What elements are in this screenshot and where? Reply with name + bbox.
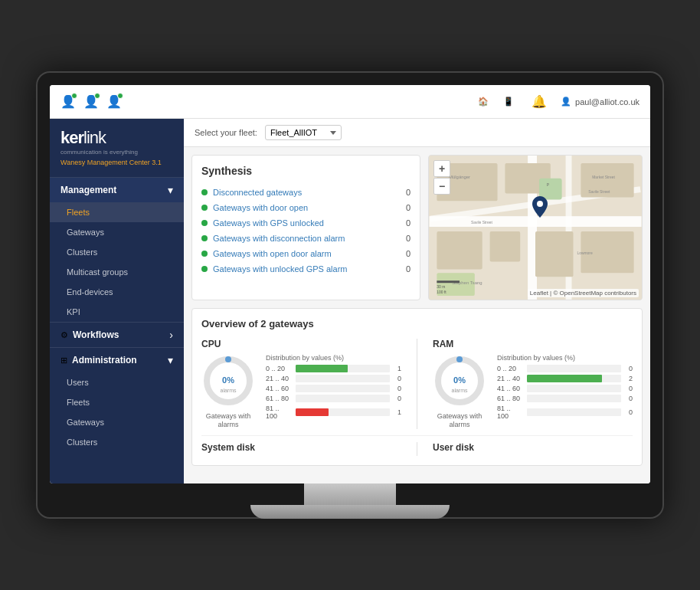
ram-dist-row-3: 61 .. 80 0 — [497, 395, 633, 402]
ram-count-4: 0 — [625, 408, 633, 416]
ram-title: RAM — [433, 339, 633, 349]
cpu-range-4: 81 .. 100 — [266, 405, 292, 420]
cpu-range-0: 0 .. 20 — [266, 365, 292, 372]
cpu-dist-row-1: 21 .. 40 0 — [266, 375, 401, 382]
end-device-selection-icon: 📱 — [503, 97, 514, 107]
topbar-person-icon-1[interactable]: 👤 — [61, 94, 76, 109]
cpu-range-2: 41 .. 60 — [266, 385, 292, 392]
sidebar-item-end-devices[interactable]: End-devices — [50, 282, 184, 302]
workflows-chevron-icon: › — [169, 329, 173, 341]
workflows-section-header[interactable]: ⚙ Workflows › — [50, 323, 184, 347]
logo-text: kerlink — [61, 128, 173, 148]
map-pin — [532, 196, 548, 221]
topbar-person-icon-3[interactable]: 👤 — [106, 94, 122, 109]
map-controls: + − — [433, 160, 450, 195]
sidebar-item-admin-gateways[interactable]: Gateways — [50, 412, 184, 432]
synthesis-count-1: 0 — [406, 203, 411, 212]
synthesis-row-0[interactable]: Disconnected gateways 0 — [201, 185, 411, 200]
cpu-block: CPU 0% alarms Gateways withala — [201, 339, 401, 429]
ram-bar-wrap-0 — [527, 365, 621, 372]
workflows-section: ⚙ Workflows › — [50, 322, 184, 347]
cpu-count-4: 1 — [394, 408, 401, 416]
synthesis-panel: Synthesis Disconnected gateways 0 G — [191, 155, 420, 300]
gateway-selection-icon: 🏠 — [478, 97, 489, 107]
ram-bar-wrap-4 — [527, 408, 621, 416]
ram-range-1: 21 .. 40 — [497, 375, 523, 382]
status-dot-5 — [201, 266, 208, 272]
sidebar-item-clusters[interactable]: Clusters — [50, 242, 184, 262]
map-zoom-out-button[interactable]: − — [433, 178, 450, 195]
cpu-alarms-label: Gateways withalarms — [201, 412, 255, 429]
sidebar-item-admin-users[interactable]: Users — [50, 372, 184, 392]
username-label: paul@alliot.co.uk — [575, 97, 639, 107]
status-dot-0 — [201, 189, 208, 195]
ram-bar-wrap-3 — [527, 395, 621, 402]
ram-dist-row-4: 81 .. 100 0 — [497, 405, 633, 420]
svg-rect-4 — [566, 156, 572, 300]
management-section-header[interactable]: Management ▾ — [50, 178, 184, 202]
ram-alarms-label: Gateways withalarms — [433, 412, 486, 429]
sidebar-item-multicast-groups[interactable]: Multicast groups — [50, 262, 184, 282]
fleet-selector-bar: Select your fleet: Fleet_AllIOT — [184, 119, 650, 147]
cpu-range-3: 61 .. 80 — [266, 395, 292, 402]
user-avatar-icon: 👤 — [561, 97, 571, 107]
svg-text:Mülgänger: Mülgänger — [449, 175, 470, 179]
metrics-row: CPU 0% alarms Gateways withala — [201, 339, 633, 429]
ram-dist-label: Distribution by values (%) — [497, 354, 633, 362]
status-dot-4 — [201, 251, 208, 257]
synthesis-count-3: 0 — [406, 234, 411, 243]
selection-gateways-button[interactable]: 🏠 — [478, 97, 492, 107]
synthesis-row-2[interactable]: Gateways with GPS unlocked 0 — [201, 215, 411, 231]
status-dot-2 — [201, 220, 208, 226]
synthesis-count-0: 0 — [406, 188, 411, 197]
system-disk-title: System disk — [201, 442, 401, 453]
sidebar-item-admin-fleets[interactable]: Fleets — [50, 392, 184, 412]
synthesis-label-0: Disconnected gateways — [213, 188, 302, 197]
user-menu[interactable]: 👤 paul@alliot.co.uk — [561, 97, 639, 107]
monitor-stand-base — [250, 505, 450, 519]
ram-donut-chart: 0% alarms — [433, 354, 486, 408]
ram-distribution: Distribution by values (%) 0 .. 20 0 — [497, 354, 633, 422]
ram-dist-row-2: 41 .. 60 0 — [497, 385, 633, 392]
map-zoom-in-button[interactable]: + — [433, 160, 450, 177]
sidebar-item-admin-clusters[interactable]: Clusters — [50, 432, 184, 452]
map-panel[interactable]: Mülgänger Market Street Savile Street Sa… — [428, 155, 643, 300]
logo-link: link — [83, 128, 106, 147]
synthesis-row-4[interactable]: Gateways with open door alarm 0 — [201, 246, 411, 261]
ram-dist-row-0: 0 .. 20 0 — [497, 365, 633, 372]
svg-text:alarms: alarms — [220, 388, 237, 393]
map-svg: Mülgänger Market Street Savile Street Sa… — [429, 156, 642, 300]
synthesis-count-5: 0 — [406, 264, 411, 274]
synthesis-label-2: Gateways with GPS unlocked — [213, 218, 324, 228]
topbar-icon-group: 👤 👤 👤 — [61, 94, 122, 109]
administration-section-header[interactable]: ⊞ Administration ▾ — [50, 348, 184, 372]
ram-count-2: 0 — [625, 385, 633, 392]
cpu-dist-row-2: 41 .. 60 0 — [266, 385, 401, 392]
bell-button[interactable]: 🔔 — [528, 91, 550, 113]
administration-section: ⊞ Administration ▾ Users Fleets Gateways… — [50, 347, 184, 452]
cpu-dist-row-3: 61 .. 80 0 — [266, 395, 401, 402]
selection-end-devices-button[interactable]: 📱 — [503, 97, 518, 107]
sidebar-item-kpi[interactable]: KPI — [50, 302, 184, 322]
user-disk-block: User disk — [433, 442, 633, 456]
status-dot-3 — [201, 235, 208, 241]
sidebar-item-fleets[interactable]: Fleets — [50, 202, 184, 222]
synthesis-row-1[interactable]: Gateways with door open 0 — [201, 200, 411, 215]
cpu-count-1: 0 — [394, 375, 401, 382]
synthesis-row-5[interactable]: Gateways with unlocked GPS alarm 0 — [201, 261, 411, 277]
cpu-dist-row-0: 0 .. 20 1 — [266, 365, 401, 372]
wmc-version-label: Wanesy Management Center 3.1 — [61, 159, 173, 172]
svg-text:Lowmore: Lowmore — [577, 251, 593, 255]
fleet-select[interactable]: Fleet_AllIOT — [265, 125, 342, 140]
synthesis-count-4: 0 — [406, 249, 411, 258]
sidebar-item-gateways[interactable]: Gateways — [50, 222, 184, 242]
topbar-person-icon-2[interactable]: 👤 — [83, 94, 99, 109]
user-disk-title: User disk — [433, 442, 633, 453]
ram-donut-wrap: 0% alarms Gateways withalarms — [433, 354, 486, 429]
cpu-donut-wrap: 0% alarms Gateways withalarms — [201, 354, 255, 429]
top-panels: Synthesis Disconnected gateways 0 G — [184, 147, 650, 308]
svg-rect-10 — [535, 231, 573, 277]
badge-dot-1 — [71, 93, 77, 99]
bell-icon: 🔔 — [532, 94, 547, 109]
synthesis-row-3[interactable]: Gateways with disconnection alarm 0 — [201, 231, 411, 246]
